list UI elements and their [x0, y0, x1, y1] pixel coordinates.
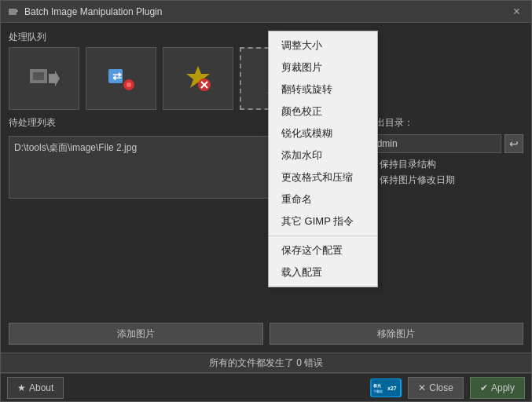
main-window: Batch Image Manipulation Plugin × 处理队列	[0, 0, 532, 402]
about-star-icon: ★	[17, 382, 26, 393]
watermark: 极光 下载站 x27	[370, 378, 402, 397]
queue-item-1[interactable]	[9, 47, 79, 110]
apply-check-icon: ✔	[480, 382, 488, 393]
ctx-item-watermark[interactable]: 添加水印	[269, 144, 377, 166]
queue-item-3[interactable]	[163, 47, 233, 110]
close-x-icon: ✕	[418, 382, 426, 393]
watermark-logo: 极光 下载站 x27	[370, 378, 402, 397]
svg-text:x27: x27	[387, 386, 397, 391]
ctx-item-load-config[interactable]: 载入配置	[269, 261, 377, 283]
about-label: About	[29, 382, 53, 393]
ctx-item-crop[interactable]: 剪裁图片	[269, 57, 377, 79]
queue-item-2[interactable]: ⇄	[86, 47, 156, 110]
checkboxes: 保持目录结构 保持图片修改日期	[366, 158, 523, 187]
checkbox-keep-structure[interactable]: 保持目录结构	[366, 158, 523, 171]
status-text: 所有的文件都发生了 0 错误	[209, 356, 323, 370]
ctx-item-gimp[interactable]: 其它 GIMP 指令	[269, 210, 377, 232]
ctx-item-save-config[interactable]: 保存这个配置	[269, 239, 377, 261]
remove-image-button[interactable]: 移除图片	[270, 323, 524, 345]
svg-rect-0	[9, 9, 17, 15]
main-content: 处理队列 ⇄	[1, 23, 531, 353]
queue-section: 处理队列 ⇄	[9, 31, 523, 110]
ctx-item-format[interactable]: 更改格式和压缩	[269, 166, 377, 188]
svg-point-8	[127, 82, 131, 87]
ctx-separator	[269, 236, 377, 236]
apply-button[interactable]: ✔ Apply	[470, 377, 525, 399]
checkbox-keep-date[interactable]: 保持图片修改日期	[366, 174, 523, 187]
add-image-button[interactable]: 添加图片	[9, 323, 263, 345]
keep-structure-label: 保持目录结构	[380, 158, 436, 171]
output-label: 输出目录：	[366, 116, 523, 130]
ctx-item-resize[interactable]: 调整大小	[269, 35, 377, 57]
status-bar: 所有的文件都发生了 0 错误	[1, 353, 531, 373]
svg-text:⇄: ⇄	[112, 70, 122, 82]
middle-section: 待处理列表 D:\tools\桌面\image\File 2.jpg 输出目录：…	[9, 116, 523, 316]
flip-icon: ⇄	[105, 63, 137, 94]
keep-date-label: 保持图片修改日期	[380, 174, 455, 187]
app-icon	[7, 5, 20, 18]
context-menu: 调整大小 剪裁图片 翻转或旋转 颜色校正 锐化或模糊 添加水印 更改格式和压缩 …	[268, 31, 378, 287]
ctx-item-flip[interactable]: 翻转或旋转	[269, 79, 377, 100]
close-footer-button[interactable]: ✕ Close	[408, 377, 464, 399]
footer: ★ About 极光 下载站 x27 ✕ Close ✔ Apply	[1, 373, 531, 401]
queue-row: ⇄ + Add	[9, 47, 523, 110]
title-bar: Batch Image Manipulation Plugin ×	[1, 1, 531, 23]
output-path-row: ↩	[366, 134, 523, 153]
svg-text:下载站: 下载站	[373, 389, 383, 393]
output-input[interactable]	[366, 134, 501, 153]
close-footer-label: Close	[429, 382, 453, 393]
svg-marker-4	[49, 71, 60, 86]
ctx-item-color[interactable]: 颜色校正	[269, 100, 377, 122]
svg-text:极光: 极光	[372, 383, 381, 388]
apply-label: Apply	[491, 382, 515, 393]
watermark-icon	[182, 63, 214, 94]
ctx-item-sharpen[interactable]: 锐化或模糊	[269, 122, 377, 144]
ctx-item-rename[interactable]: 重命名	[269, 188, 377, 210]
title-bar-text: Batch Image Manipulation Plugin	[24, 6, 508, 17]
output-section: 输出目录： ↩ 保持目录结构 保持图片修改日期	[366, 116, 523, 316]
svg-marker-1	[17, 9, 18, 13]
queue-label: 处理队列	[9, 31, 523, 44]
svg-rect-3	[33, 72, 44, 80]
image-buttons-row: 添加图片 移除图片	[9, 323, 523, 345]
output-back-button[interactable]: ↩	[504, 134, 523, 153]
close-button[interactable]: ×	[508, 4, 525, 20]
scale-icon	[28, 63, 60, 94]
about-button[interactable]: ★ About	[7, 377, 64, 399]
